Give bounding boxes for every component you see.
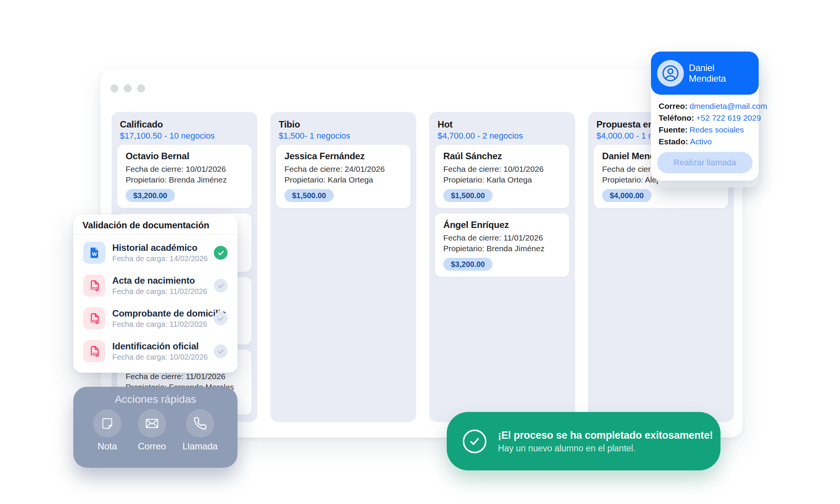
window-dot-icon[interactable] (124, 84, 132, 92)
mail-icon (138, 409, 166, 438)
make-call-button[interactable]: Realizar llamada (657, 152, 753, 173)
svg-text:PDF: PDF (90, 287, 98, 291)
check-circle-icon[interactable] (214, 344, 228, 358)
pdf-file-icon: PDF (83, 340, 105, 362)
call-action-button[interactable]: Llamada (183, 409, 218, 451)
contact-email-link[interactable]: dmendieta@mail.com (690, 102, 767, 110)
toast-message: Hay un nuevo alumno en el plantel. (498, 443, 713, 454)
check-circle-icon[interactable] (214, 312, 228, 325)
deal-owner: Propietario: Karla Ortega (284, 174, 402, 185)
check-circle-icon[interactable] (214, 279, 228, 292)
note-icon (93, 409, 121, 438)
deal-amount-badge: $3,200.00 (443, 258, 493, 271)
deal-close-date: Fecha de cierre: 10/01/2026 (126, 164, 243, 174)
action-label: Nota (98, 441, 117, 451)
contact-name: Daniel Mendieta (689, 63, 753, 84)
document-item[interactable]: W Historial académico Fecha de carga: 14… (83, 242, 228, 264)
check-circle-icon[interactable] (214, 246, 228, 260)
deal-name: Raúl Sánchez (443, 151, 561, 162)
word-file-icon: W (83, 242, 105, 264)
contact-status-value: Activo (690, 137, 712, 146)
contact-field-telefono: Teléfono:+52 722 619 2029 (659, 112, 751, 124)
deal-amount-badge: $1,500.00 (443, 189, 493, 202)
deal-owner: Propietario: Karla Ortega (443, 174, 561, 185)
deal-owner: Propietario: Brenda Jiménez (443, 243, 561, 254)
column-title: Calificado (117, 120, 252, 129)
svg-text:PDF: PDF (90, 352, 98, 357)
document-upload-date: Fecha de carga: 14/02/2026 (112, 254, 214, 263)
deal-close-date: Fecha de cierre: 24/01/2026 (284, 164, 402, 174)
validation-panel-title: Validación de documentación (73, 215, 237, 234)
deal-amount-badge: $1,500.00 (284, 189, 334, 202)
deal-close-date: Fecha de cierre: 11/01/2026 (126, 371, 243, 382)
screen: Calificado $17,100.50 - 10 negocios Octa… (0, 0, 840, 504)
deal-name: Jessica Fernández (284, 151, 402, 162)
deal-amount-badge: $3,200.00 (126, 189, 175, 202)
pdf-file-icon: PDF (83, 307, 105, 330)
kanban-column-hot: Hot $4,700.00 - 2 negocios Raúl Sánchez … (429, 112, 575, 422)
column-title: Tibio (276, 120, 410, 129)
document-item[interactable]: PDF Identificación oficial Fecha de carg… (83, 340, 228, 362)
column-summary: $1,500- 1 negocios (276, 131, 410, 141)
window-controls (110, 84, 145, 92)
document-upload-date: Fecha de carga: 10/02/2026 (112, 352, 214, 362)
contact-card-header: Daniel Mendieta (651, 52, 759, 95)
action-label: Llamada (183, 441, 218, 451)
toast-title: ¡El proceso se ha completado exitosament… (498, 429, 713, 442)
deal-name: Ángel Enríquez (443, 220, 561, 230)
deal-card[interactable]: Jessica Fernández Fecha de cierre: 24/01… (276, 145, 410, 208)
svg-text:PDF: PDF (90, 320, 98, 324)
quick-actions-title: Acciones rápidas (73, 394, 237, 405)
deal-card[interactable]: Ángel Enríquez Fecha de cierre: 11/01/20… (435, 213, 569, 277)
quick-actions-panel: Acciones rápidas Nota (73, 387, 237, 468)
column-summary: $17,100.50 - 10 negocios (117, 131, 252, 141)
window-dot-icon[interactable] (110, 84, 118, 92)
document-item[interactable]: PDF Acta de nacimiento Fecha de carga: 1… (83, 275, 228, 297)
contact-source-value: Redes sociales (690, 125, 744, 134)
validation-panel: Validación de documentación W Historial … (73, 215, 237, 373)
note-action-button[interactable]: Nota (93, 409, 121, 451)
contact-field-correo: Correo:dmendieta@mail.com (659, 100, 751, 112)
deal-close-date: Fecha de cierre: 11/01/2026 (443, 233, 561, 243)
pdf-file-icon: PDF (83, 275, 105, 297)
deal-card[interactable]: Raúl Sánchez Fecha de cierre: 10/01/2026… (435, 145, 569, 208)
deal-card[interactable]: Octavio Bernal Fecha de cierre: 10/01/20… (117, 145, 252, 208)
document-upload-date: Fecha de carga: 11/02/2026 (112, 287, 214, 296)
column-title: Hot (435, 120, 569, 129)
avatar (657, 60, 684, 87)
contact-card: Daniel Mendieta Correo:dmendieta@mail.co… (651, 52, 759, 181)
svg-text:W: W (92, 251, 97, 257)
deal-close-date: Fecha de cierre: 10/01/2026 (443, 164, 561, 174)
success-toast: ¡El proceso se ha completado exitosament… (447, 412, 720, 470)
document-name: Acta de nacimiento (112, 275, 214, 286)
deal-name: Octavio Bernal (126, 151, 243, 162)
contact-phone-link[interactable]: +52 722 619 2029 (696, 113, 761, 122)
contact-field-estado: Estado:Activo (659, 136, 751, 147)
window-dot-icon[interactable] (137, 84, 145, 92)
column-summary: $4,700.00 - 2 negocios (435, 131, 569, 141)
document-name: Comprobante de domicilio (112, 308, 214, 318)
document-item[interactable]: PDF Comprobante de domicilio Fecha de ca… (83, 307, 228, 330)
document-upload-date: Fecha de carga: 11/02/2026 (112, 320, 214, 329)
action-label: Correo (138, 441, 166, 451)
email-action-button[interactable]: Correo (138, 409, 166, 451)
phone-icon (186, 409, 214, 438)
contact-field-fuente: Fuente:Redes sociales (659, 124, 751, 136)
deal-amount-badge: $4,000.00 (602, 189, 651, 202)
document-name: Historial académico (112, 242, 214, 253)
document-name: Identificación oficial (112, 341, 214, 351)
check-ring-icon (463, 430, 486, 453)
kanban-column-tibio: Tibio $1,500- 1 negocios Jessica Fernánd… (270, 112, 416, 422)
deal-owner: Propietario: Brenda Jiménez (126, 174, 243, 185)
